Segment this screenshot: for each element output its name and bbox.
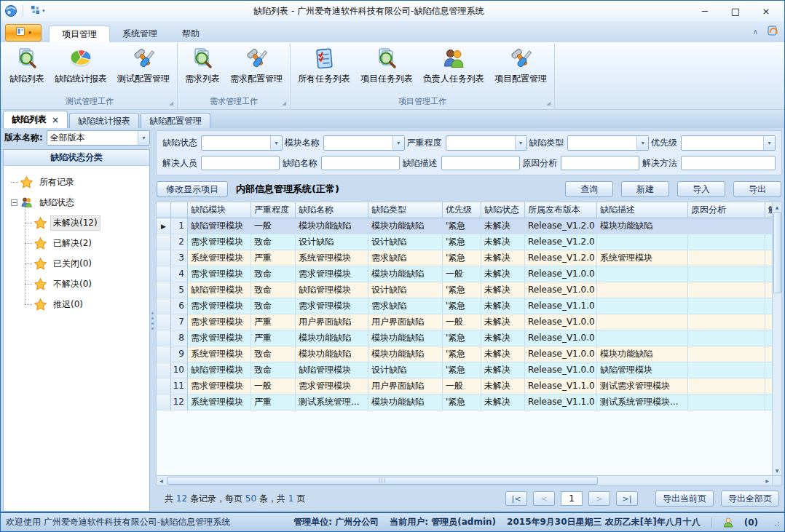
table-row[interactable]: 12系统管理模块严重测试系统管理...模块功能缺陷'紧急未解决Release_V… <box>157 394 772 410</box>
close-button[interactable]: × <box>751 3 781 19</box>
quick-access-toolbar-button[interactable]: ▾ <box>28 4 48 18</box>
maximize-button[interactable]: □ <box>720 3 751 19</box>
cell-solution <box>765 282 772 298</box>
column-header[interactable]: 解决方法 <box>765 202 772 218</box>
filter-input[interactable] <box>201 156 280 170</box>
hscroll-thumb[interactable]: ||| <box>167 477 598 485</box>
ribbon-tab[interactable]: 系统管理 <box>110 25 170 42</box>
chevron-down-icon[interactable]: ▾ <box>763 136 775 150</box>
prev-page-button[interactable]: < <box>533 491 555 506</box>
document-tab[interactable]: 缺陷列表× <box>3 111 68 128</box>
collapse-ribbon-icon[interactable]: ∧ <box>753 28 758 36</box>
help-icon[interactable] <box>767 25 778 39</box>
tree-item[interactable]: −缺陷状态 <box>5 192 148 213</box>
export-current-page-button[interactable]: 导出当前页 <box>655 491 714 507</box>
scroll-right-icon[interactable]: ▶ <box>762 476 772 485</box>
modify-columns-button[interactable]: 修改显示项目 <box>157 181 228 197</box>
table-row[interactable]: 8需求管理模块严重模块功能缺陷模块功能缺陷'紧急未解决Release_V1.0.… <box>157 330 772 346</box>
filter-input[interactable] <box>321 156 400 170</box>
page-number-input[interactable] <box>561 491 583 506</box>
document-tab[interactable]: 缺陷统计报表 <box>69 113 139 128</box>
cell-version: Release_V1.0.0 <box>525 282 597 298</box>
import-button[interactable]: 导入 <box>677 181 725 197</box>
vertical-scrollbar[interactable]: ▲ ▼ <box>772 202 781 475</box>
ribbon-button[interactable]: 所有任务列表 <box>293 46 355 87</box>
table-row[interactable]: ▶1缺陷管理模块一般模块功能缺陷模块功能缺陷'紧急未解决Release_V1.2… <box>157 218 772 234</box>
chevron-down-icon[interactable]: ▾ <box>636 136 648 150</box>
ribbon-tab[interactable]: 项目管理 <box>49 25 110 42</box>
column-header[interactable]: 缺陷名称 <box>296 202 368 218</box>
vscroll-thumb[interactable] <box>773 212 781 293</box>
table-row[interactable]: 11需求管理模块一般需求管理模块用户界面缺陷一般未解决Release_V1.1.… <box>157 378 772 394</box>
document-tab[interactable]: 缺陷配置管理 <box>141 113 210 128</box>
chevron-down-icon[interactable]: ▾ <box>515 136 526 150</box>
ribbon-button[interactable]: 需求列表 <box>180 46 225 87</box>
tree-item[interactable]: 已解决(2) <box>5 233 148 253</box>
ribbon-button[interactable]: 项目配置管理 <box>489 46 552 87</box>
splitter-handle[interactable] <box>150 130 155 512</box>
close-tab-icon[interactable]: × <box>52 116 59 124</box>
ribbon-tab[interactable]: 帮助 <box>170 25 212 42</box>
version-combobox[interactable]: 全部版本 ▾ <box>47 130 150 146</box>
table-row[interactable]: 9系统管理模块致命模块功能缺陷模块功能缺陷'紧急未解决Release_V1.0.… <box>157 346 772 362</box>
column-header[interactable]: 所属发布版本 <box>525 202 597 218</box>
chevron-down-icon[interactable]: ▾ <box>270 136 282 150</box>
dialog-launcher-icon[interactable]: ◢ <box>283 101 286 106</box>
last-page-button[interactable]: >| <box>616 491 638 506</box>
minimize-button[interactable]: ─ <box>690 3 720 19</box>
table-row[interactable]: 4需求管理模块致命需求管理模块模块功能缺陷一般未解决Release_V1.0.0 <box>157 266 772 282</box>
export-all-pages-button[interactable]: 导出全部页 <box>721 491 779 507</box>
filter-input[interactable] <box>441 156 520 170</box>
table-row[interactable]: 2需求管理模块致命设计缺陷设计缺陷'紧急未解决Release_V1.2.0 <box>157 234 772 250</box>
ribbon-button[interactable]: 测试配置管理 <box>112 46 175 87</box>
column-header[interactable]: 严重程度 <box>251 202 296 218</box>
filter-combobox[interactable]: ▾ <box>681 135 776 151</box>
ribbon-button[interactable]: 缺陷统计报表 <box>50 46 112 87</box>
tree-item[interactable]: 不解决(0) <box>5 274 148 294</box>
tree-item[interactable]: 未解决(12) <box>5 213 148 233</box>
ribbon-button[interactable]: 负责人任务列表 <box>418 46 489 87</box>
new-button[interactable]: 新建 <box>621 181 669 197</box>
column-header[interactable]: 缺陷类型 <box>368 202 443 218</box>
column-header[interactable]: 缺陷模块 <box>188 202 251 218</box>
filter-combobox[interactable]: ▾ <box>201 135 283 151</box>
filter-combobox[interactable]: ▾ <box>323 135 405 151</box>
table-row[interactable]: 5缺陷管理模块致命缺陷管理模块设计缺陷'紧急未解决Release_V1.0.0 <box>157 282 772 298</box>
app-menu-button[interactable]: ▾ <box>5 24 42 41</box>
export-button[interactable]: 导出 <box>733 181 781 197</box>
query-button[interactable]: 查询 <box>565 181 613 197</box>
next-page-button[interactable]: > <box>588 491 610 506</box>
tree-item[interactable]: 已关闭(0) <box>5 253 148 274</box>
row-selector <box>157 250 171 266</box>
column-header[interactable]: 缺陷状态 <box>481 202 525 218</box>
column-header[interactable]: 原因分析 <box>688 202 765 218</box>
chevron-down-icon[interactable]: ▾ <box>138 131 149 145</box>
table-row[interactable]: 3系统管理模块严重系统管理模块需求缺陷'紧急未解决Release_V1.2.0系… <box>157 250 772 266</box>
table-row[interactable]: 10缺陷管理模块致命缺陷管理模块设计缺陷'紧急未解决Release_V1.0.0… <box>157 362 772 378</box>
filter-combobox[interactable]: ▾ <box>446 135 527 151</box>
table-row[interactable]: 6需求管理模块致命需求管理模块需求缺陷'紧急未解决Release_V1.1.0 <box>157 298 772 314</box>
ribbon-button[interactable]: 需求配置管理 <box>225 46 288 87</box>
first-page-button[interactable]: |< <box>505 491 527 506</box>
filter-combobox[interactable]: ▾ <box>567 135 649 151</box>
filter-input[interactable] <box>681 156 776 170</box>
scroll-left-icon[interactable]: ◀ <box>157 476 166 485</box>
scroll-down-icon[interactable]: ▼ <box>773 466 782 475</box>
online-users-icon[interactable] <box>723 517 733 528</box>
dialog-launcher-icon[interactable]: ◢ <box>170 101 173 106</box>
scroll-up-icon[interactable]: ▲ <box>773 202 782 212</box>
tree-item[interactable]: 所有记录 <box>5 172 148 192</box>
cell-severity: 严重 <box>251 394 296 410</box>
chevron-down-icon[interactable]: ▾ <box>392 136 404 150</box>
tree-item[interactable]: 推迟(0) <box>5 294 148 314</box>
dialog-launcher-icon[interactable]: ◢ <box>547 101 551 106</box>
resize-grip[interactable] <box>772 519 779 526</box>
ribbon-button[interactable]: 缺陷列表 <box>4 46 50 87</box>
ribbon-button[interactable]: 项目任务列表 <box>355 46 418 87</box>
filter-input[interactable] <box>561 156 639 170</box>
horizontal-scrollbar[interactable]: ◀ ||| ▶ <box>157 475 772 485</box>
column-header[interactable]: 优先级 <box>443 202 481 218</box>
column-header[interactable]: 缺陷描述 <box>597 202 688 218</box>
table-row[interactable]: 7需求管理模块严重用户界面缺陷用户界面缺陷一般未解决Release_V1.0.0 <box>157 314 772 330</box>
expander-minus-icon[interactable]: − <box>11 199 17 206</box>
